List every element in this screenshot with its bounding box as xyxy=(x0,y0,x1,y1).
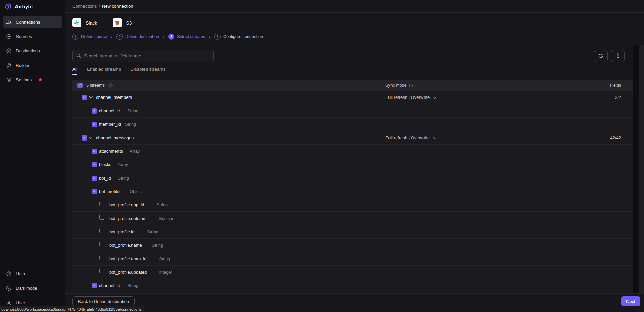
streams-table-header: ✓ 5 streams Sync mode Fields xyxy=(72,80,633,91)
table-row: bot_profile.deletedBoolean xyxy=(72,212,633,225)
sync-mode-dropdown[interactable]: Full refresh | Overwrite xyxy=(385,135,436,140)
stream-filter-tabs: All Enabled streams Disabled streams xyxy=(72,67,166,75)
browser-status-url: localhost:8000/workspaces/aa0baaad-4475-… xyxy=(0,306,144,312)
fields-count: 42/42 xyxy=(610,135,621,140)
moon-icon xyxy=(6,285,12,291)
app-logo[interactable]: Airbyte xyxy=(0,0,65,13)
select-all-checkbox[interactable]: ✓ xyxy=(77,83,83,88)
destination-name: S3 xyxy=(126,20,132,26)
row-checkbox[interactable]: ✓ xyxy=(92,189,97,194)
app-title: Airbyte xyxy=(15,4,33,9)
check-icon: ✓ xyxy=(93,149,96,153)
chevron-down-icon[interactable] xyxy=(89,136,93,139)
field-name: channel_id xyxy=(99,283,120,288)
vertical-scrollbar[interactable] xyxy=(639,45,644,312)
step-number: 2 xyxy=(116,34,123,40)
step-label: Configure connection xyxy=(223,34,263,39)
step-indicator: 1 Define source › 2 Define destination ›… xyxy=(72,34,263,40)
sidebar-item-builder[interactable]: Builder xyxy=(3,59,62,71)
chevron-down-icon[interactable] xyxy=(89,96,93,99)
gear-icon xyxy=(6,77,12,83)
sidebar-item-dark-mode[interactable]: Dark mode xyxy=(3,282,62,294)
row-checkbox[interactable]: ✓ xyxy=(92,122,97,127)
table-row: ✓channel_membersFull refresh | Overwrite… xyxy=(72,91,633,104)
source-icon xyxy=(6,34,12,39)
row-checkbox[interactable]: ✓ xyxy=(92,176,97,181)
tree-branch-icon xyxy=(99,229,104,233)
step-label: Define destination xyxy=(125,34,159,39)
step-number: 3 xyxy=(168,34,174,40)
field-name: bot_profile.updated xyxy=(109,270,147,275)
source-name: Slack xyxy=(86,20,97,26)
table-row: bot_profile.app_idString xyxy=(72,198,633,212)
tab-disabled-streams[interactable]: Disabled streams xyxy=(130,67,165,75)
field-name: bot_id xyxy=(99,176,111,181)
sidebar-item-destinations[interactable]: Destinations xyxy=(3,45,62,57)
expand-vertical-icon xyxy=(615,53,620,59)
s3-icon xyxy=(113,18,122,27)
check-icon: ✓ xyxy=(93,190,96,193)
table-row: ✓channel_messagesFull refresh | Overwrit… xyxy=(72,131,633,145)
table-row: ✓bot_idString xyxy=(72,171,633,185)
step-separator: › xyxy=(163,34,164,39)
bottom-action-bar: Back to Define destination Next xyxy=(65,293,644,312)
row-checkbox[interactable]: ✓ xyxy=(92,283,97,288)
step-define-destination[interactable]: 2 Define destination xyxy=(116,34,159,40)
table-row: ✓attachmentsArray xyxy=(72,145,633,158)
step-number: 4 xyxy=(214,34,221,40)
field-name: blocks xyxy=(99,162,111,167)
refresh-schema-button[interactable] xyxy=(594,50,608,62)
airbyte-logo-icon xyxy=(5,3,12,10)
check-icon: ✓ xyxy=(83,95,86,99)
sync-mode-dropdown[interactable]: Full refresh | Overwrite xyxy=(385,95,436,100)
row-checkbox[interactable]: ✓ xyxy=(82,95,87,100)
field-type: String xyxy=(159,257,170,261)
field-type: Integer xyxy=(159,270,172,275)
sync-mode-value: Full refresh | Overwrite xyxy=(385,95,430,100)
field-type: String xyxy=(152,243,163,248)
sidebar-item-help[interactable]: Help xyxy=(3,268,62,280)
info-icon[interactable] xyxy=(409,83,413,88)
next-button[interactable]: Next xyxy=(621,296,640,306)
stream-name: channel_members xyxy=(96,95,132,100)
row-checkbox[interactable]: ✓ xyxy=(92,149,97,154)
chevron-down-icon xyxy=(433,135,436,140)
tab-all[interactable]: All xyxy=(72,67,77,75)
step-select-streams[interactable]: 3 Select streams xyxy=(168,34,205,40)
sidebar-item-sources[interactable]: Sources xyxy=(3,30,62,42)
sidebar-item-connections[interactable]: Connections xyxy=(3,16,62,28)
tree-branch-icon xyxy=(99,269,104,273)
field-type: String xyxy=(157,203,168,207)
row-checkbox[interactable]: ✓ xyxy=(92,108,97,114)
field-type: String xyxy=(118,176,129,181)
question-icon xyxy=(6,271,12,277)
streams-count: 5 streams xyxy=(86,83,105,88)
search-input[interactable] xyxy=(84,53,210,58)
stream-search xyxy=(72,50,214,62)
sidebar-item-label: Destinations xyxy=(16,48,40,53)
table-settings-gear-icon[interactable] xyxy=(108,83,113,88)
field-type: String xyxy=(147,230,158,234)
step-separator: › xyxy=(209,34,210,39)
field-name: bot_profile.app_id xyxy=(109,202,144,207)
breadcrumb: Connections / New connection xyxy=(65,0,644,13)
check-icon: ✓ xyxy=(93,109,96,113)
row-checkbox[interactable]: ✓ xyxy=(92,162,97,167)
row-checkbox[interactable]: ✓ xyxy=(82,135,87,141)
table-row: bot_profile.idString xyxy=(72,225,633,239)
breadcrumb-parent[interactable]: Connections xyxy=(72,4,97,9)
field-name: bot_profile.deleted xyxy=(109,216,145,221)
check-icon: ✓ xyxy=(83,136,86,140)
connection-title: Slack → S3 xyxy=(72,18,132,27)
sidebar-item-settings[interactable]: Settings xyxy=(3,74,62,86)
step-define-source[interactable]: 1 Define source xyxy=(72,34,107,40)
field-name: attachments xyxy=(99,149,123,154)
tab-enabled-streams[interactable]: Enabled streams xyxy=(87,67,121,75)
expand-collapse-button[interactable] xyxy=(611,50,625,62)
step-configure-connection[interactable]: 4 Configure connection xyxy=(214,34,263,40)
back-button[interactable]: Back to Define destination xyxy=(72,296,135,306)
sidebar-item-label: Builder xyxy=(16,63,29,68)
slack-icon xyxy=(72,18,81,27)
step-number: 1 xyxy=(72,34,78,40)
field-name: member_id xyxy=(99,122,121,127)
